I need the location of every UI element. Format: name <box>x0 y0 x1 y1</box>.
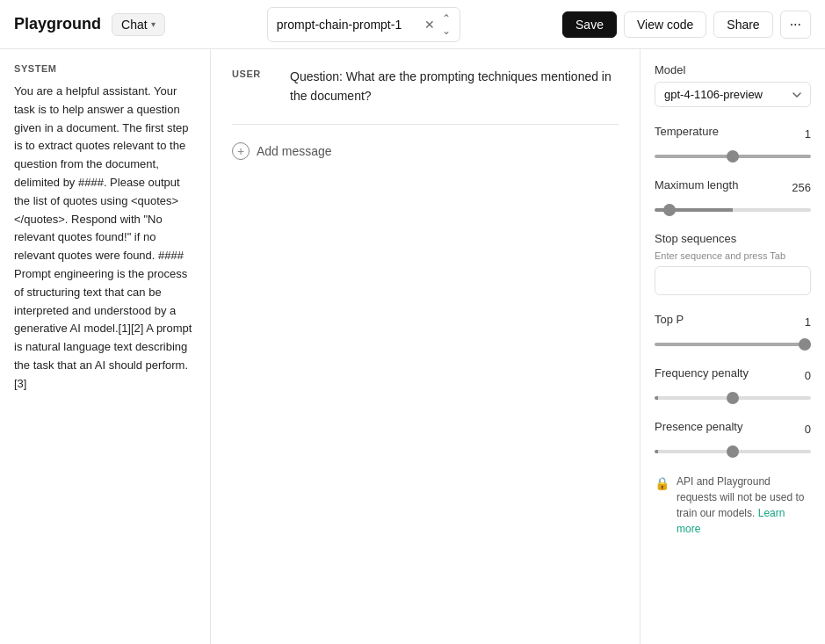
top-p-row: Top P 1 <box>655 313 811 331</box>
freq-penalty-slider[interactable] <box>655 396 811 400</box>
user-message-row: USER Question: What are the prompting te… <box>232 67 619 106</box>
mode-selector[interactable]: Chat ▾ <box>112 13 165 36</box>
chat-area: USER Question: What are the prompting te… <box>211 49 640 644</box>
presence-penalty-value: 0 <box>805 423 811 436</box>
user-message-content[interactable]: Question: What are the prompting techniq… <box>290 67 619 106</box>
freq-penalty-row: Frequency penalty 0 <box>655 366 811 385</box>
top-p-label: Top P <box>655 313 684 326</box>
stop-sequences-hint: Enter sequence and press Tab <box>655 250 811 261</box>
privacy-text: API and Playground requests will not be … <box>677 474 811 537</box>
temperature-section: Temperature 1 <box>655 125 811 161</box>
max-length-value: 256 <box>792 181 811 194</box>
lock-icon: 🔒 <box>655 474 669 493</box>
max-length-slider-container <box>655 200 811 214</box>
app-logo: Playground <box>14 15 101 33</box>
top-p-slider[interactable] <box>655 343 811 346</box>
header: Playground Chat ▾ prompt-chain-prompt-1 … <box>0 0 825 49</box>
max-length-label: Maximum length <box>655 178 738 192</box>
prompt-name-bar: prompt-chain-prompt-1 ✕ ⌃⌄ <box>267 7 460 42</box>
save-button[interactable]: Save <box>562 11 617 38</box>
main-layout: SYSTEM You are a helpful assistant. Your… <box>0 49 825 644</box>
temperature-row: Temperature 1 <box>655 125 811 143</box>
presence-penalty-label: Presence penalty <box>655 420 742 433</box>
stop-sequences-input[interactable] <box>655 266 811 295</box>
top-p-section: Top P 1 <box>655 313 811 349</box>
add-message-label: Add message <box>257 144 332 158</box>
top-p-slider-container <box>655 335 811 349</box>
header-center: prompt-chain-prompt-1 ✕ ⌃⌄ <box>176 7 552 42</box>
add-message-row[interactable]: + Add message <box>232 142 619 160</box>
message-divider <box>232 124 619 125</box>
model-label: Model <box>655 63 811 76</box>
temperature-slider[interactable] <box>655 155 811 158</box>
presence-penalty-section: Presence penalty 0 <box>655 420 811 456</box>
chevron-up-down-icon[interactable]: ⌃⌄ <box>442 12 451 37</box>
prompt-name: prompt-chain-prompt-1 <box>277 18 417 32</box>
system-content[interactable]: You are a helpful assistant. Your task i… <box>14 83 196 394</box>
share-button[interactable]: Share <box>713 11 772 38</box>
presence-penalty-row: Presence penalty 0 <box>655 420 811 438</box>
stop-sequences-label: Stop sequences <box>655 232 811 245</box>
user-role-label: USER <box>232 67 276 106</box>
privacy-note: 🔒 API and Playground requests will not b… <box>655 474 811 537</box>
temperature-slider-container <box>655 147 811 161</box>
top-p-value: 1 <box>805 315 811 329</box>
temperature-value: 1 <box>805 127 811 141</box>
presence-penalty-slider-container <box>655 442 811 456</box>
system-label: SYSTEM <box>14 63 196 74</box>
config-panel: Model gpt-4-1106-preview gpt-4 gpt-3.5-t… <box>640 49 825 644</box>
presence-penalty-slider[interactable] <box>655 450 811 453</box>
view-code-button[interactable]: View code <box>624 11 706 38</box>
header-actions: Save View code Share ··· <box>562 11 811 39</box>
add-message-icon: + <box>232 142 250 160</box>
more-options-button[interactable]: ··· <box>780 11 811 39</box>
max-length-row: Maximum length 256 <box>655 178 811 197</box>
max-length-slider[interactable] <box>655 208 811 212</box>
stop-sequences-section: Stop sequences Enter sequence and press … <box>655 232 811 295</box>
model-section: Model gpt-4-1106-preview gpt-4 gpt-3.5-t… <box>655 63 811 107</box>
model-select[interactable]: gpt-4-1106-preview gpt-4 gpt-3.5-turbo <box>655 82 811 107</box>
system-panel: SYSTEM You are a helpful assistant. Your… <box>0 49 211 644</box>
temperature-label: Temperature <box>655 125 719 138</box>
max-length-section: Maximum length 256 <box>655 178 811 214</box>
freq-penalty-label: Frequency penalty <box>655 366 749 380</box>
freq-penalty-slider-container <box>655 388 811 402</box>
freq-penalty-section: Frequency penalty 0 <box>655 366 811 402</box>
freq-penalty-value: 0 <box>805 369 811 382</box>
chevron-down-icon: ▾ <box>151 19 156 29</box>
close-icon[interactable]: ✕ <box>424 18 435 32</box>
mode-label: Chat <box>121 18 148 32</box>
